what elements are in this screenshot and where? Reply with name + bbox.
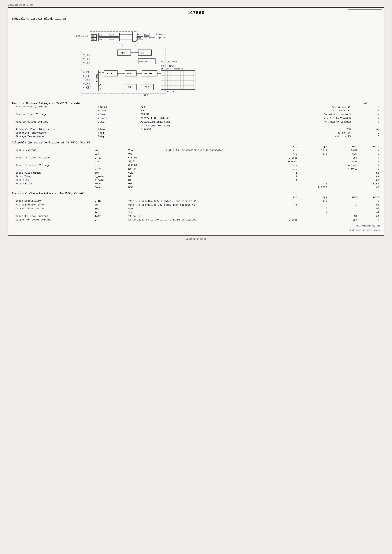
- elec-sym2: Vᴅᴅ: [127, 207, 268, 211]
- op-unit: V: [358, 167, 380, 171]
- table-row: Iᴄᴄ Vᴄᴄ 1 mA: [12, 211, 380, 215]
- elec-max: 1: [328, 203, 358, 207]
- op-sym: Cosc: [94, 186, 127, 189]
- op-sym2: Vᴄᴄ: [127, 152, 164, 156]
- watermark-top: www.DataSheet4U.com: [7, 4, 385, 7]
- svg-rect-76: [87, 71, 89, 73]
- elec-typ: [298, 203, 328, 207]
- op-sym: VᴵH2: [94, 160, 127, 164]
- op-typ: [298, 164, 328, 167]
- op-label: [12, 186, 94, 189]
- elec-label: Input OFF Leak Current: [12, 215, 94, 218]
- op-cond: [164, 164, 268, 167]
- svg-text:LCD 1/2 duty: LCD 1/2 duty: [161, 61, 177, 63]
- abs-val: -30 to +75: [210, 131, 352, 135]
- abs-unit: °C: [352, 131, 380, 135]
- abs-unit: mW: [352, 127, 380, 131]
- table-row: Vᴵ₂max f1tof7,T,TEST,S1,S2 Vₛₛ-0.3 to Vᴅ…: [12, 116, 380, 120]
- table-row: Current Dissipation Iᴅᴅ Vᴅᴅ 7 mA: [12, 207, 380, 211]
- abs-sym: Pdmax: [97, 127, 139, 131]
- svg-rect-30: [90, 32, 137, 43]
- op-typ: 0.0033: [298, 186, 328, 189]
- elec-sym2: A1 to 11,B1 to 11,COM1, C1 to 11,D1 to 1…: [127, 218, 268, 222]
- elec-unit: uA: [358, 215, 380, 218]
- op-label: [12, 167, 94, 171]
- abs-unit: °C: [352, 135, 380, 138]
- op-label: Setup Time: [12, 175, 94, 178]
- op-unit: us: [358, 171, 380, 175]
- svg-text:DIV.: DIV.: [127, 72, 133, 75]
- watermark-bottom: DataSheet4U.com: [7, 238, 385, 240]
- svg-text:det: det: [144, 37, 147, 39]
- elec-unit: V: [358, 218, 380, 222]
- abs-label: Maximum Supply Voltage: [12, 105, 97, 109]
- svg-text:CLK: CLK: [83, 86, 87, 89]
- op-min: Vₛₛ: [268, 164, 298, 167]
- abs-unit: V: [352, 105, 380, 109]
- abs-sym: Topg: [97, 131, 139, 135]
- op-sym: VᴵH1: [94, 156, 127, 160]
- svg-text:VCC: VCC: [83, 58, 86, 61]
- elec-sym: Ioff: [94, 215, 127, 218]
- op-sym: tφW: [94, 171, 127, 175]
- op-max: 5.5: [328, 152, 358, 156]
- abs-unit: V: [352, 109, 380, 112]
- svg-marker-86: [89, 87, 91, 88]
- table-row: Storage Temperature Tstg -40 to +125 °C: [12, 135, 380, 138]
- svg-text:DET7: DET7: [110, 34, 114, 36]
- abs-sym2: [139, 131, 210, 135]
- op-cond-title: Allowable Operating Conditions at Ta=25°…: [12, 141, 90, 144]
- svg-text:LATCH: LATCH: [106, 72, 112, 75]
- elec-sym2: f1to7,T; Vᴅᴅ=13V,to 2dB step, Test Circu…: [127, 203, 268, 207]
- op-max: [328, 178, 358, 182]
- svg-text:A/D: A/D: [140, 52, 144, 54]
- abs-sym: [97, 124, 139, 127]
- elec-min: [268, 211, 298, 215]
- svg-text:G.EQ output: G.EQ output: [76, 35, 88, 37]
- table-row: Maximum Input Voltage Vᴵ₁max CLK,DI Vₛₛ-…: [12, 112, 380, 116]
- abs-label: Operating Temperature: [12, 131, 97, 135]
- abs-sym2: CLK,DI: [139, 112, 210, 116]
- elec-section: Electrical Characteristics at Ta=25°C, V…: [12, 192, 380, 222]
- op-typ: [298, 178, 328, 182]
- svg-text:Φ: Φ: [100, 71, 102, 74]
- abs-label: Storage Temperature: [12, 135, 97, 138]
- abs-max-title: Absolute Maximum Ratings at Ta=25°C, Vₛₛ…: [12, 102, 80, 105]
- op-max: [328, 186, 358, 189]
- elec-min: [268, 207, 298, 211]
- op-max: 14.0: [328, 148, 358, 152]
- op-unit: V: [358, 148, 380, 152]
- elec-max: [328, 211, 358, 215]
- op-unit: V: [358, 160, 380, 164]
- op-unit: V: [358, 152, 380, 156]
- table-row: Input OFF Leak Current Ioff f1 to 7,T 10…: [12, 215, 380, 218]
- abs-sym2: Vᴄᴄ: [139, 109, 210, 112]
- elec-typ: [298, 215, 328, 218]
- op-unit: uF: [358, 186, 380, 189]
- op-label: External CR: [12, 182, 94, 186]
- op-max: [328, 175, 358, 178]
- op-label: [12, 152, 94, 156]
- op-max: Vᴄᴄ: [328, 156, 358, 160]
- abs-unit: V: [352, 116, 380, 120]
- table-row: Hold Time t_hold DI 1 us: [12, 178, 380, 182]
- elec-typ: 1: [298, 211, 328, 215]
- elec-label: [12, 211, 94, 215]
- svg-rect-78: [87, 75, 89, 77]
- abs-val: Vₛₛ-0.3 to Vᴄᴄ+0.3: [210, 112, 352, 116]
- op-cond: [164, 160, 268, 164]
- op-min: 7.5: [268, 148, 298, 152]
- elec-unit: mA: [358, 207, 380, 211]
- table-row: Output 'H'-Level Voltage V₀H A1 to 11,B1…: [12, 218, 380, 222]
- table-row: Maximum Output Voltage V₀max A1toA11,B1t…: [12, 120, 380, 124]
- svg-text:SELECTOR: SELECTOR: [139, 60, 149, 62]
- op-label: [12, 160, 94, 164]
- svg-text:MPX: MPX: [121, 52, 125, 54]
- op-unit: V: [358, 156, 380, 160]
- table-row: Vᴄᴄmax Vᴄᴄ Vₛₛ to Vₛₛ+7 V: [12, 109, 380, 112]
- op-sym: t_hold: [94, 178, 127, 182]
- abs-sym: Vᴵ₂max: [97, 116, 139, 120]
- elec-title: Electrical Characteristics at Ta=25°C, V…: [12, 192, 84, 195]
- table-row: Cosc OSC 0.0033 uF: [12, 186, 380, 189]
- block-diagram-title: Equivalent Circuit Block Diagram: [12, 17, 380, 21]
